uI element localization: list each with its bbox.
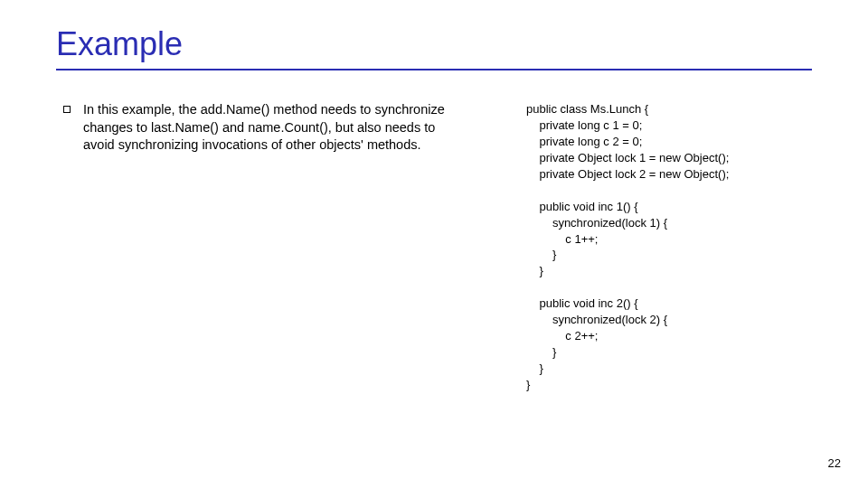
title-underline: [56, 69, 812, 70]
slide-title: Example: [56, 25, 183, 63]
square-bullet-icon: [63, 106, 71, 113]
bullet-item: In this example, the add.Name() method n…: [63, 101, 461, 155]
left-column: In this example, the add.Name() method n…: [63, 101, 461, 155]
bullet-text: In this example, the add.Name() method n…: [83, 101, 461, 155]
page-number: 22: [828, 456, 841, 470]
code-block: public class Ms.Lunch { private long c 1…: [526, 101, 825, 393]
